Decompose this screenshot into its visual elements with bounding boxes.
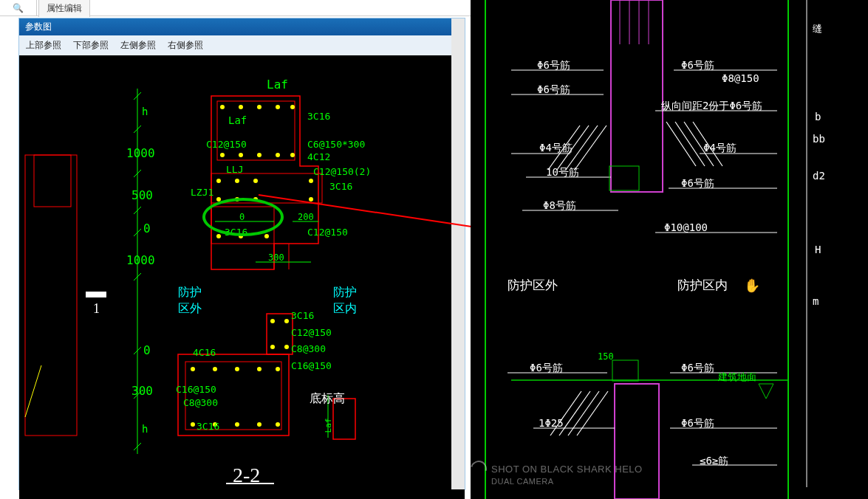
- label-c6-150-300[interactable]: C6@150*300: [307, 139, 365, 150]
- r-spacing-note: 纵向间距2份于Φ6号筋: [661, 100, 762, 113]
- dim-0-b[interactable]: 0: [143, 343, 151, 357]
- label-laf-left[interactable]: Laf: [228, 114, 247, 126]
- label-c8-300[interactable]: C8@300: [291, 343, 326, 354]
- svg-point-28: [309, 179, 313, 183]
- r-dim-d2: d2: [813, 170, 825, 182]
- r-phi6-lowest: Φ6号筋: [681, 417, 714, 430]
- svg-point-16: [257, 105, 262, 109]
- svg-point-46: [213, 367, 217, 371]
- label-protect-in: 防护区内: [333, 284, 357, 317]
- watermark-line2: DUAL CAMERA: [491, 477, 554, 486]
- svg-point-26: [235, 179, 239, 183]
- r-ground: 建筑地面: [718, 371, 756, 384]
- svg-point-14: [220, 105, 225, 109]
- svg-point-48: [257, 367, 262, 371]
- svg-point-55: [270, 319, 275, 323]
- svg-rect-43: [267, 314, 293, 354]
- label-c16-150-b[interactable]: C16@150: [176, 384, 216, 395]
- label-c12-150[interactable]: C12@150: [206, 139, 247, 150]
- menu-right-ref[interactable]: 右侧参照: [165, 38, 206, 53]
- svg-rect-96: [609, 166, 639, 190]
- window-title: 参数图: [19, 18, 465, 35]
- r-protect-in: 防护区内: [677, 277, 728, 294]
- svg-rect-44: [185, 362, 281, 430]
- label-c8-300-b[interactable]: C8@300: [183, 397, 218, 408]
- label-laf-side[interactable]: Laf: [324, 419, 333, 433]
- svg-point-47: [235, 367, 239, 371]
- search-icon[interactable]: 🔍: [0, 0, 37, 16]
- svg-point-56: [284, 319, 289, 323]
- menu-left-ref[interactable]: 左侧参照: [117, 38, 159, 53]
- label-3c16-a[interactable]: 3C16: [307, 111, 330, 122]
- dim-0-a[interactable]: 0: [143, 221, 151, 235]
- svg-point-50: [191, 422, 195, 427]
- svg-point-36: [264, 234, 269, 238]
- tab-attribute-edit[interactable]: 属性编辑: [38, 0, 90, 17]
- svg-point-27: [253, 179, 258, 183]
- svg-point-21: [257, 153, 262, 157]
- label-c12-150-b[interactable]: C12@150: [307, 227, 348, 238]
- right-photo-panel: Φ6号筋 Φ6号筋 Φ8@150 Φ6号筋 纵向间距2份于Φ6号筋 Φ4号筋 Φ…: [471, 0, 868, 499]
- label-lzj1[interactable]: LZJ1: [191, 187, 213, 198]
- svg-rect-13: [217, 101, 295, 160]
- r-phi6-lower-r: Φ6号筋: [681, 362, 714, 375]
- svg-line-72: [675, 122, 705, 166]
- r-dim-m: m: [813, 295, 819, 307]
- label-c16-150[interactable]: C16@150: [291, 360, 332, 371]
- svg-point-19: [220, 153, 225, 157]
- svg-rect-62: [611, 0, 663, 192]
- dim-300[interactable]: 300: [131, 384, 153, 398]
- label-bottom-elev[interactable]: 底标高: [310, 391, 345, 407]
- svg-point-15: [239, 105, 243, 109]
- svg-line-77: [568, 391, 599, 436]
- svg-rect-95: [612, 360, 638, 381]
- svg-point-54: [276, 422, 280, 427]
- r-phi6-mid-l: Φ6号筋: [537, 83, 570, 97]
- right-drawing-svg: [471, 0, 868, 499]
- r-phi6-tr: Φ6号筋: [681, 59, 714, 72]
- menu-top-ref[interactable]: 上部参照: [23, 38, 64, 53]
- svg-line-78: [577, 391, 608, 436]
- label-4c12[interactable]: 4C12: [307, 151, 330, 162]
- dim-200[interactable]: 200: [298, 212, 314, 222]
- label-llj[interactable]: LLJ: [226, 164, 243, 175]
- section-title: 2-2: [233, 464, 260, 487]
- r-dim-gap: 缝: [813, 22, 822, 35]
- label-protect-out: 防护区外: [178, 284, 202, 317]
- svg-line-12: [25, 365, 41, 417]
- dim-h-top[interactable]: h: [142, 106, 148, 117]
- scrollbar-vertical[interactable]: [451, 18, 465, 489]
- r-phi6-tl: Φ6号筋: [537, 59, 570, 72]
- svg-point-25: [216, 179, 221, 183]
- r-dim-b: b: [815, 111, 821, 123]
- dim-h-bottom[interactable]: h: [142, 423, 148, 435]
- label-3c16-e[interactable]: 3C16: [197, 421, 219, 432]
- svg-point-58: [284, 345, 289, 349]
- dim-300-inner[interactable]: 300: [268, 252, 284, 263]
- menu-bottom-ref[interactable]: 下部参照: [70, 38, 112, 53]
- label-c12-150-c[interactable]: C12@150: [291, 327, 332, 338]
- label-3c16-d[interactable]: 3C16: [291, 310, 314, 321]
- r-phi8-150: Φ8@150: [722, 72, 759, 84]
- dim-1000-a[interactable]: 1000: [126, 146, 155, 160]
- svg-line-70: [575, 125, 606, 170]
- label-3c16-b[interactable]: 3C16: [329, 181, 352, 192]
- ruler-label: 1: [93, 301, 100, 317]
- r-phi6-mid: Φ6号筋: [681, 177, 714, 190]
- svg-point-53: [257, 422, 262, 427]
- svg-point-20: [239, 153, 243, 157]
- svg-point-52: [235, 422, 239, 427]
- menu-bar: 上部参照 下部参照 左侧参照 右侧参照: [19, 35, 465, 55]
- svg-point-45: [191, 367, 195, 371]
- dim-500[interactable]: 500: [131, 188, 153, 202]
- left-canvas[interactable]: Laf Laf h 1000 500 0 1000 0 300 h C12@15…: [19, 55, 465, 499]
- r-phi4-r: Φ4号筋: [703, 142, 737, 155]
- label-laf-top[interactable]: Laf: [267, 78, 288, 92]
- r-protect-out: 防护区外: [508, 277, 558, 294]
- label-c12-150-2[interactable]: C12@150(2): [313, 166, 371, 177]
- r-num10: 10号筋: [546, 166, 579, 179]
- label-4c16[interactable]: 4C16: [193, 347, 216, 358]
- svg-point-57: [270, 345, 275, 349]
- svg-point-18: [290, 105, 295, 109]
- dim-1000-b[interactable]: 1000: [126, 253, 155, 267]
